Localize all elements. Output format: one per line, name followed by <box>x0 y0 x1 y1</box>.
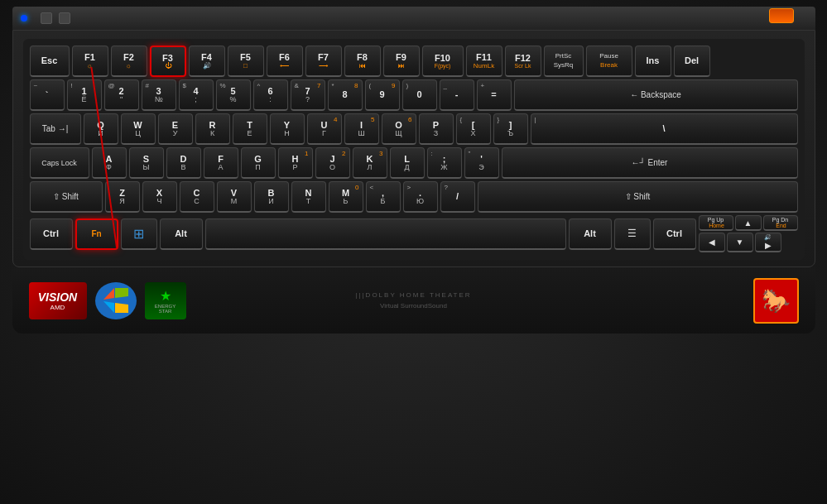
key-n[interactable]: N Т <box>291 181 326 213</box>
key-f2[interactable]: F2 ☼ <box>111 46 147 77</box>
key-backslash[interactable]: | \ <box>531 113 798 145</box>
key-pause-break[interactable]: PauseBreak <box>586 46 632 77</box>
key-space[interactable] <box>205 218 566 250</box>
key-e[interactable]: E У <box>158 113 193 145</box>
key-o[interactable]: 6 O Щ <box>382 113 416 145</box>
key-2[interactable]: @ 2 " <box>104 79 139 111</box>
key-f10[interactable]: F10 F(рус) <box>422 46 464 77</box>
key-0[interactable]: ) 0 <box>402 79 437 111</box>
key-7[interactable]: & 7 7 ? <box>291 79 325 111</box>
key-menu[interactable]: ☰ <box>614 218 651 250</box>
key-q[interactable]: Q Й <box>84 113 118 145</box>
key-s[interactable]: S Ы <box>129 147 164 179</box>
power-button[interactable] <box>769 8 794 23</box>
key-f-key[interactable]: F А <box>204 147 238 179</box>
key-f6[interactable]: F6 ⟵ <box>267 46 303 77</box>
key-alt-right[interactable]: Alt <box>569 218 612 250</box>
laptop-body: Esc F1 ☼ F2 ☼ F3 ⏻ F4 🔊 <box>0 0 827 504</box>
key-backspace[interactable]: ← Backspace <box>514 79 798 111</box>
key-equal[interactable]: + = <box>477 79 512 111</box>
key-alt-left[interactable]: Alt <box>160 218 203 250</box>
key-prtsc[interactable]: PrtScSysRq <box>544 46 584 77</box>
power-light <box>21 15 27 22</box>
key-5[interactable]: % 5 % <box>216 79 251 111</box>
key-k[interactable]: K Л 3 <box>353 147 387 179</box>
key-g[interactable]: G П <box>241 147 276 179</box>
key-up[interactable]: ▲ <box>735 215 762 231</box>
key-rbracket[interactable]: } ] Ъ <box>493 113 528 145</box>
key-c[interactable]: C С <box>180 181 214 213</box>
key-4[interactable]: $ 4 ; <box>179 79 214 111</box>
keyboard-body: Esc F1 ☼ F2 ☼ F3 ⏻ F4 🔊 <box>23 39 805 260</box>
keyboard-frame: Esc F1 ☼ F2 ☼ F3 ⏻ F4 🔊 <box>12 30 815 267</box>
key-pgup[interactable]: Pg Up Home <box>699 215 733 231</box>
key-j[interactable]: J О 2 <box>315 147 350 179</box>
function-key-row: Esc F1 ☼ F2 ☼ F3 ⏻ F4 🔊 <box>30 46 798 77</box>
number-row: ~ ` ! 1 Ё @ 2 " # 3 № <box>30 79 798 111</box>
logo-energy: ★ ENERGYSTAR <box>145 282 186 319</box>
key-pgdn[interactable]: Pg Dn End <box>763 215 798 231</box>
bottom-logo-area: VISION AMD ★ ENERGYSTAR |||DOLBY HOME TH… <box>12 267 815 334</box>
key-down[interactable]: ▼ <box>727 233 753 252</box>
key-3[interactable]: # 3 № <box>142 79 176 111</box>
key-y[interactable]: Y Н <box>270 113 305 145</box>
laptop-top-bar <box>12 7 815 30</box>
key-x[interactable]: X Ч <box>142 181 177 213</box>
key-m[interactable]: 0 M Ь <box>329 181 363 213</box>
key-a[interactable]: A Ф <box>92 147 127 179</box>
key-z[interactable]: Z Я <box>105 181 140 213</box>
key-ins[interactable]: Ins <box>635 46 671 77</box>
key-shift-left[interactable]: ⇧ Shift <box>30 181 103 213</box>
key-fn[interactable]: Fn <box>75 218 118 250</box>
key-left[interactable]: ◀ <box>699 233 725 252</box>
key-tilde[interactable]: ~ ` <box>30 79 65 111</box>
key-f8[interactable]: F8 ⏮ <box>344 46 381 77</box>
key-f9[interactable]: F9 ⏭ <box>383 46 420 77</box>
key-caps-lock[interactable]: Caps Lock <box>30 147 89 179</box>
key-f11[interactable]: F11 NumLk <box>466 46 502 77</box>
key-f3[interactable]: F3 ⏻ <box>150 46 186 77</box>
key-1[interactable]: ! 1 Ё <box>67 79 102 111</box>
key-quote[interactable]: " ' Э <box>464 147 499 179</box>
key-enter[interactable]: ←┘ Enter <box>502 147 798 179</box>
key-comma[interactable]: < , Б <box>366 181 401 213</box>
key-v[interactable]: V М <box>217 181 252 213</box>
key-f7[interactable]: F7 ⟶ <box>305 46 342 77</box>
key-u[interactable]: 4 U Г <box>307 113 342 145</box>
key-8[interactable]: * 8 8 <box>328 79 363 111</box>
key-6[interactable]: ^ 6 : <box>253 79 288 111</box>
key-p[interactable]: P З <box>419 113 454 145</box>
nav-cluster: Pg Up Home ▲ Pg Dn End ◀ ▼ 🔊 <box>699 215 798 252</box>
key-ctrl-right[interactable]: Ctrl <box>653 218 696 250</box>
key-f1[interactable]: F1 ☼ <box>72 46 108 77</box>
key-tab[interactable]: Tab →| <box>30 113 81 145</box>
key-ctrl-left[interactable]: Ctrl <box>30 218 73 250</box>
qwerty-row: Tab →| Q Й W Ц E У R К <box>30 113 798 145</box>
key-period[interactable]: > . Ю <box>403 181 438 213</box>
key-f4[interactable]: F4 🔊 <box>189 46 225 77</box>
key-esc[interactable]: Esc <box>30 46 70 77</box>
key-semicolon[interactable]: : ; Ж <box>427 147 462 179</box>
key-r[interactable]: R К <box>195 113 230 145</box>
dolby-text-area: |||DOLBY HOME THEATER Virtual SurroundSo… <box>355 291 471 310</box>
key-del[interactable]: Del <box>674 46 710 77</box>
key-d[interactable]: D В <box>166 147 201 179</box>
key-l[interactable]: L Д <box>390 147 425 179</box>
key-b[interactable]: B И <box>254 181 289 213</box>
key-slash[interactable]: ? / <box>440 181 475 213</box>
key-i[interactable]: 5 I Ш <box>344 113 379 145</box>
zxcv-row: ⇧ Shift Z Я X Ч C С V М <box>30 181 798 213</box>
key-minus[interactable]: _ - <box>440 79 474 111</box>
logo-ferrari: 🐎 <box>753 278 799 324</box>
key-h[interactable]: H Р 1 <box>278 147 313 179</box>
indicator-dot-1 <box>41 12 52 24</box>
key-f12[interactable]: F12 Scr Lk <box>505 46 541 77</box>
key-lbracket[interactable]: { [ Х <box>456 113 491 145</box>
key-w[interactable]: W Ц <box>121 113 156 145</box>
key-t[interactable]: T Е <box>233 113 267 145</box>
key-shift-right[interactable]: ⇧ Shift <box>478 181 798 213</box>
key-f5[interactable]: F5 □ <box>228 46 264 77</box>
key-9[interactable]: ( 9 9 <box>365 79 400 111</box>
key-right[interactable]: 🔊 ▶ <box>755 233 781 252</box>
key-win[interactable]: ⊞ <box>121 218 157 250</box>
